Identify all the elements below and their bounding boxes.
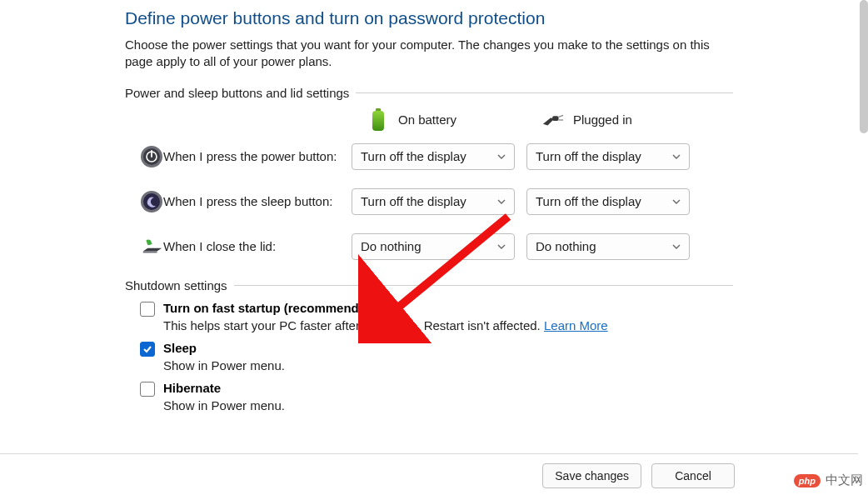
section-label: Shutdown settings — [125, 278, 234, 292]
section-shutdown: Shutdown settings — [125, 278, 733, 292]
learn-more-link[interactable]: Learn More — [544, 318, 608, 332]
column-label: Plugged in — [573, 112, 632, 127]
select-value: Turn off the display — [536, 194, 641, 208]
content-area: Define power buttons and turn on passwor… — [0, 0, 733, 412]
checkbox-sleep[interactable] — [140, 342, 155, 357]
save-button[interactable]: Save changes — [542, 463, 641, 488]
checkbox-fast-startup[interactable] — [140, 302, 155, 317]
checkbox-row-hibernate: Hibernate — [140, 381, 733, 397]
lid-icon — [125, 237, 163, 257]
checkbox-label: Sleep — [163, 341, 197, 355]
column-headers: On battery Plugged in — [125, 108, 733, 132]
divider — [356, 92, 733, 93]
watermark: php 中文网 — [794, 472, 863, 488]
checkbox-row-fast-startup: Turn on fast startup (recommended) — [140, 301, 733, 317]
select-value: Do nothing — [536, 239, 596, 253]
select-sleep-battery[interactable]: Turn off the display — [352, 188, 515, 215]
sleep-icon — [125, 190, 163, 213]
column-plugged-in: Plugged in — [541, 108, 716, 132]
checkbox-label: Turn on fast startup (recommended) — [163, 301, 377, 315]
select-sleep-plugged[interactable]: Turn off the display — [526, 188, 690, 215]
column-on-battery: On battery — [367, 108, 541, 132]
checkbox-label: Hibernate — [163, 381, 221, 395]
divider — [234, 285, 733, 286]
button-row: Save changes Cancel — [0, 463, 868, 488]
page-title: Define power buttons and turn on passwor… — [125, 8, 733, 28]
select-power-plugged[interactable]: Turn off the display — [526, 143, 690, 170]
scrollbar-thumb[interactable] — [860, 0, 868, 133]
scrollbar[interactable] — [856, 0, 868, 500]
chevron-down-icon — [672, 152, 681, 161]
select-lid-plugged[interactable]: Do nothing — [526, 233, 690, 260]
plug-icon — [541, 108, 565, 132]
svg-rect-1 — [372, 111, 384, 131]
chevron-down-icon — [497, 242, 506, 251]
select-power-battery[interactable]: Turn off the display — [352, 143, 515, 170]
select-value: Turn off the display — [536, 149, 641, 163]
chevron-down-icon — [672, 198, 681, 206]
row-power-button: When I press the power button: Turn off … — [125, 143, 733, 170]
svg-rect-2 — [552, 116, 558, 121]
chevron-down-icon — [497, 152, 506, 161]
checkbox-description: This helps start your PC faster after sh… — [163, 318, 733, 332]
row-label: When I press the sleep button: — [163, 194, 352, 208]
watermark-text: 中文网 — [826, 472, 863, 488]
column-label: On battery — [398, 112, 456, 127]
checkbox-description: Show in Power menu. — [163, 358, 733, 372]
select-lid-battery[interactable]: Do nothing — [352, 233, 515, 260]
checkbox-hibernate[interactable] — [140, 382, 155, 397]
select-value: Turn off the display — [361, 149, 466, 163]
row-sleep-button: When I press the sleep button: Turn off … — [125, 188, 733, 215]
battery-icon — [367, 108, 390, 132]
page-description: Choose the power settings that you want … — [125, 37, 725, 71]
row-close-lid: When I close the lid: Do nothing Do noth… — [125, 233, 733, 260]
divider — [0, 453, 858, 454]
chevron-down-icon — [497, 198, 506, 206]
chevron-down-icon — [672, 242, 681, 251]
checkbox-row-sleep: Sleep — [140, 341, 733, 357]
shutdown-settings-list: Turn on fast startup (recommended) This … — [125, 301, 733, 412]
power-icon — [125, 145, 163, 168]
power-options-page: Define power buttons and turn on passwor… — [0, 0, 868, 500]
cancel-button[interactable]: Cancel — [651, 463, 735, 488]
select-value: Do nothing — [361, 239, 422, 253]
php-badge-icon: php — [794, 474, 821, 488]
row-label: When I press the power button: — [163, 149, 352, 163]
select-value: Turn off the display — [361, 194, 466, 208]
checkbox-description: Show in Power menu. — [163, 398, 733, 412]
svg-point-10 — [143, 193, 160, 210]
section-label: Power and sleep buttons and lid settings — [125, 86, 356, 100]
section-power-sleep-lid: Power and sleep buttons and lid settings — [125, 86, 733, 100]
svg-line-3 — [559, 115, 564, 117]
row-label: When I close the lid: — [163, 239, 352, 253]
